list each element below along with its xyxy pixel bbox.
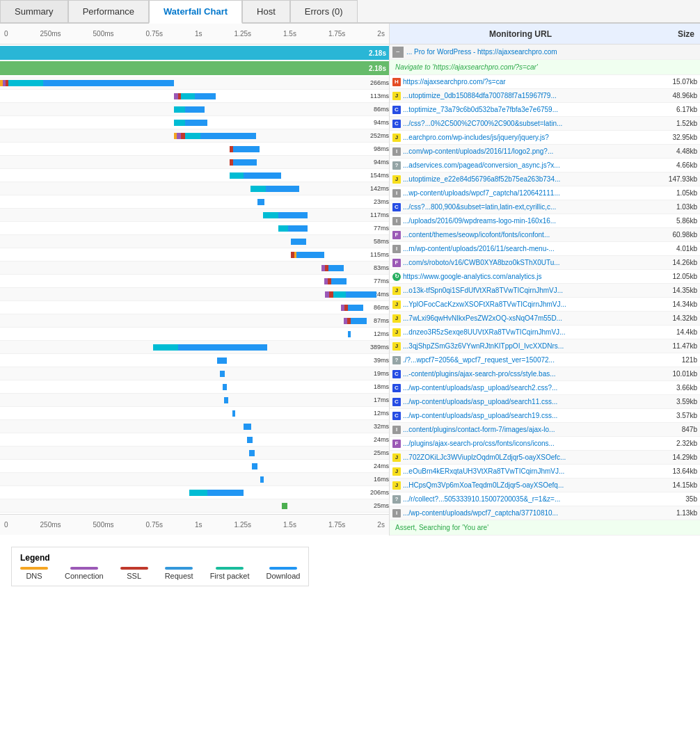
- list-item[interactable]: I...m/wp-content/uploads/2016/11/search-…: [390, 242, 700, 256]
- summary-bar-2-label: 2.18s: [369, 65, 386, 72]
- collapse-section-row[interactable]: − ... Pro for WordPress - https://ajaxse…: [390, 45, 700, 60]
- icon-css: C: [392, 370, 401, 378]
- timeline-header: 0 250ms 500ms 0.75s 1s 1.25s 1.5s 1.75s …: [0, 24, 389, 45]
- wf-label-21: 389ms: [370, 344, 389, 351]
- wf-label-16: 77ms: [374, 278, 389, 284]
- tab-errors[interactable]: Errors (0): [290, 0, 358, 22]
- wf-row-12: 77ms: [0, 222, 389, 235]
- icon-css: C: [392, 106, 401, 114]
- list-item[interactable]: J...702ZOKiLJc3WViuplzOqdm0LZdjqr5-oayXS…: [390, 451, 700, 465]
- list-item[interactable]: I...com/wp-content/uploads/2016/11/logo2…: [390, 145, 700, 159]
- assert-label: Assert, Searching for 'You are': [395, 524, 488, 531]
- icon-js: J: [392, 467, 401, 476]
- wf-label-29: 25ms: [374, 449, 389, 456]
- wf-row-4: 94ms: [0, 116, 389, 129]
- size-value: 1.13kb: [649, 509, 697, 517]
- list-item[interactable]: J...HCpsQm3Vp6mXoaTeqdm0LZdjqr5-oayXSOef…: [390, 479, 700, 492]
- wf-label-6: 98ms: [374, 145, 389, 152]
- url-text: ...adservices.com/pagead/conversion_asyn…: [403, 161, 560, 169]
- list-item[interactable]: C...toptimize_73a79c6b0d532ba7e7fbfa3e7e…: [390, 103, 700, 117]
- tab-waterfall[interactable]: Waterfall Chart: [149, 0, 242, 24]
- url-text: ...utoptimize_e22e84d56796a8f52b75ea263b…: [403, 175, 560, 183]
- list-item[interactable]: J...YplOFocCacKzxwXSOFtXRa8TVwTICqirnJhm…: [390, 298, 700, 312]
- list-item[interactable]: C...-content/plugins/ajax-search-pro/css…: [390, 367, 700, 381]
- tab-host[interactable]: Host: [242, 0, 290, 22]
- list-item[interactable]: J...earchpro.com/wp-includes/js/jquery/j…: [390, 131, 700, 145]
- list-item[interactable]: ?./?...wpcf7=2056&_wpcf7_request_ver=150…: [390, 353, 700, 367]
- list-item[interactable]: ?...adservices.com/pagead/conversion_asy…: [390, 159, 700, 172]
- icon-js: J: [392, 175, 401, 184]
- list-item[interactable]: J...eOuBrn4kERxqtaUH3VtXRa8TVwTICqirnJhm…: [390, 465, 700, 479]
- list-item[interactable]: J...utoptimize_e22e84d56796a8f52b75ea263…: [390, 172, 700, 186]
- wf-row-33: 25ms: [0, 499, 389, 513]
- footer-mark-2: 2s: [377, 521, 385, 529]
- list-item[interactable]: I.../wp-content/uploads/wpcf7_captcha/37…: [390, 506, 700, 520]
- wf-label-22: 39ms: [374, 357, 389, 364]
- list-item[interactable]: J...3qjShpZSmG3z6VYwnRJtnKITppOI_IvcXXDN…: [390, 339, 700, 353]
- list-item[interactable]: C.../wp-content/uploads/asp_upload/searc…: [390, 395, 700, 409]
- url-text: ...earchpro.com/wp-includes/js/jquery/jq…: [403, 134, 549, 141]
- list-item[interactable]: C.../css?...800,900&subset=latin,latin-e…: [390, 200, 700, 214]
- size-value: 14.35kb: [649, 287, 697, 294]
- tab-performance[interactable]: Performance: [68, 0, 149, 22]
- list-item[interactable]: C.../css?...0%2C500%2C700%2C900&subset=l…: [390, 117, 700, 131]
- wf-label-30: 24ms: [374, 463, 389, 469]
- wf-row-21: 389ms: [0, 341, 389, 354]
- legend: Legend DNS Connection SSL Request First …: [11, 547, 309, 586]
- list-item[interactable]: C.../wp-content/uploads/asp_upload/searc…: [390, 409, 700, 423]
- legend-connection: Connection: [65, 567, 104, 580]
- wf-row-3: 86ms: [0, 103, 389, 116]
- icon-font: F: [392, 440, 401, 448]
- url-text: .../wp-content/uploads/wpcf7_captcha/377…: [403, 509, 558, 517]
- icon-img: I: [392, 245, 401, 253]
- size-value: 14.34kb: [649, 300, 697, 308]
- list-item[interactable]: I.../uploads/2016/09/wpdreams-logo-min-1…: [390, 214, 700, 228]
- wf-label-20: 12ms: [374, 330, 389, 337]
- first-packet-color: [216, 567, 244, 570]
- list-item[interactable]: ↻https://www.google-analytics.com/analyt…: [390, 270, 700, 284]
- wf-row-19: 87ms: [0, 314, 389, 328]
- list-item[interactable]: J...dnzeo3R5zSexqe8UUVtXRa8TVwTICqirnJhm…: [390, 326, 700, 339]
- list-item[interactable]: F.../plugins/ajax-search-pro/css/fonts/i…: [390, 437, 700, 451]
- url-text: ...7wLxi96qwHvNIkxPesZW2xOQ-xsNqO47m55D.…: [403, 314, 562, 322]
- list-item[interactable]: C.../wp-content/uploads/asp_upload/searc…: [390, 381, 700, 395]
- footer-mark-1: 1s: [195, 521, 202, 529]
- size-value: 32.95kb: [649, 134, 697, 141]
- wf-label-8: 154ms: [370, 172, 389, 179]
- wf-row-20: 12ms: [0, 328, 389, 341]
- icon-img: I: [392, 426, 401, 434]
- collapse-button[interactable]: −: [392, 47, 404, 58]
- mark-250ms: 250ms: [40, 30, 61, 38]
- size-value: 1.03kb: [649, 203, 697, 211]
- wf-row-17: 224ms: [0, 288, 389, 301]
- wf-row-9: 142ms: [0, 182, 389, 195]
- size-value: 1.05kb: [649, 189, 697, 197]
- list-item[interactable]: I...content/plugins/contact-form-7/image…: [390, 423, 700, 437]
- list-item[interactable]: J...7wLxi96qwHvNIkxPesZW2xOQ-xsNqO47m55D…: [390, 312, 700, 326]
- icon-img: I: [392, 509, 401, 517]
- icon-html: H: [392, 78, 401, 86]
- list-item[interactable]: J...utoptimize_0db150884dfa700788f7a1596…: [390, 89, 700, 103]
- wf-row-25: 17ms: [0, 394, 389, 407]
- summary-bar-1: 2.18s: [0, 46, 389, 60]
- monitoring-url-header: Monitoring URL: [395, 29, 646, 39]
- legend-container: Legend DNS Connection SSL Request First …: [0, 536, 700, 597]
- list-item[interactable]: J...o13k-tfSpn0qi1SFdUfVtXRa8TVwTICqirnJ…: [390, 284, 700, 298]
- wf-row-13: 58ms: [0, 235, 389, 248]
- icon-img: I: [392, 147, 401, 156]
- url-text: ...HCpsQm3Vp6mXoaTeqdm0LZdjqr5-oayXSOefq…: [403, 481, 564, 489]
- wf-label-7: 94ms: [374, 159, 389, 166]
- footer-mark-175: 1.75s: [328, 521, 345, 529]
- list-item[interactable]: ?.../r/collect?...505333910.15007200035&…: [390, 492, 700, 506]
- url-text: ...com/s/roboto/v16/CWB0XYA8bzo0kSThX0UT…: [403, 259, 560, 266]
- list-item[interactable]: I...wp-content/uploads/wpcf7_captcha/120…: [390, 186, 700, 200]
- list-item[interactable]: F...com/s/roboto/v16/CWB0XYA8bzo0kSThX0U…: [390, 256, 700, 270]
- tab-summary[interactable]: Summary: [0, 0, 68, 22]
- list-item[interactable]: Hhttps://ajaxsearchpro.com/?s=car 15.07k…: [390, 75, 700, 89]
- list-item[interactable]: F...content/themes/seowp/icofont/fonts/i…: [390, 228, 700, 242]
- icon-ga: ↻: [392, 273, 401, 281]
- wf-label-19: 87ms: [374, 317, 389, 324]
- footer-mark-125: 1.25s: [234, 521, 251, 529]
- icon-font: F: [392, 259, 401, 267]
- url-rows: Hhttps://ajaxsearchpro.com/?s=car 15.07k…: [390, 75, 700, 536]
